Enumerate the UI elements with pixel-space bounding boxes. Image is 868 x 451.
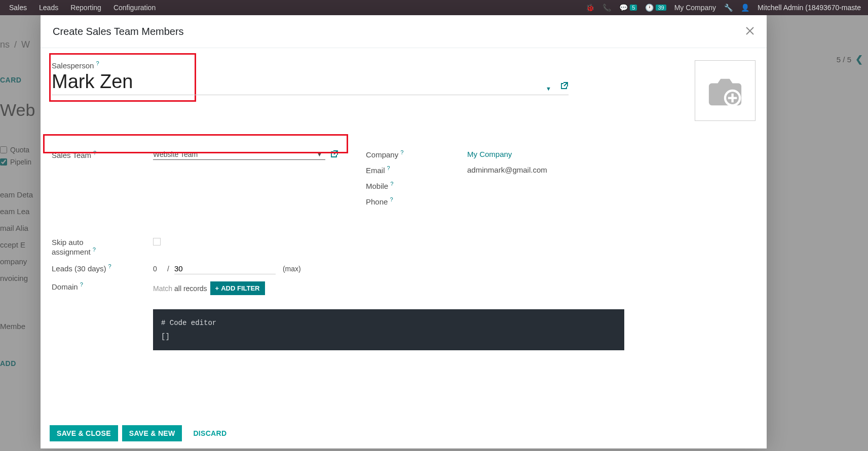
domain-label: Domain bbox=[52, 282, 78, 291]
help-icon[interactable]: ? bbox=[106, 263, 111, 269]
nav-reporting[interactable]: Reporting bbox=[64, 2, 107, 14]
pager-prev-icon[interactable]: ❮ bbox=[855, 54, 863, 65]
discard-button[interactable]: DISCARD bbox=[186, 425, 234, 441]
salesperson-value: Mark Zen bbox=[52, 70, 133, 95]
wrench-icon[interactable]: 🔧 bbox=[720, 2, 737, 14]
debug-icon[interactable]: 🐞 bbox=[582, 2, 598, 14]
leads-count: 0 bbox=[153, 265, 162, 273]
topbar: Sales Leads Reporting Configuration 🐞 📞 … bbox=[0, 0, 868, 15]
voip-icon[interactable]: 📞 bbox=[598, 2, 615, 14]
leads-slash: / bbox=[165, 265, 171, 273]
close-icon bbox=[745, 26, 754, 35]
domain-code-editor[interactable]: # Code editor [] bbox=[153, 309, 624, 350]
company-value[interactable]: My Company bbox=[467, 150, 660, 158]
bg-label: mail Alia bbox=[0, 220, 33, 236]
dropdown-caret-icon[interactable]: ▼ bbox=[546, 86, 551, 95]
sales-team-label: Sales Team bbox=[52, 151, 91, 159]
avatar-upload[interactable] bbox=[695, 60, 756, 121]
skip-auto-checkbox[interactable] bbox=[153, 238, 161, 245]
dropdown-caret-icon[interactable]: ▼ bbox=[315, 151, 325, 157]
add-filter-button[interactable]: + ADD FILTER bbox=[210, 281, 265, 295]
dialog-title: Create Sales Team Members bbox=[53, 26, 184, 37]
leads-max-input[interactable] bbox=[174, 263, 276, 274]
bg-members-label: Membe bbox=[0, 312, 25, 331]
user-avatar-icon[interactable]: 👤 bbox=[737, 2, 753, 14]
plus-icon: + bbox=[215, 284, 219, 292]
skip-auto-label-2: assignment bbox=[52, 248, 91, 256]
external-link-icon[interactable] bbox=[556, 81, 569, 95]
external-link-icon[interactable] bbox=[325, 150, 338, 160]
help-icon[interactable]: ? bbox=[91, 150, 96, 156]
code-comment: # Code editor bbox=[161, 316, 616, 330]
activity-icon[interactable]: 🕐39 bbox=[641, 2, 670, 14]
sales-team-value: Website Team bbox=[153, 149, 315, 159]
dialog-body: Salesperson? Mark Zen ▼ bbox=[41, 48, 767, 418]
mobile-label: Mobile bbox=[366, 182, 388, 190]
help-icon[interactable]: ? bbox=[398, 149, 403, 155]
help-icon[interactable]: ? bbox=[78, 281, 83, 288]
checkbox-quotations[interactable]: Quota bbox=[0, 144, 31, 156]
checkbox-pipeline[interactable]: Pipelin bbox=[0, 156, 31, 168]
salesperson-label: Salesperson bbox=[52, 61, 94, 70]
help-icon[interactable]: ? bbox=[91, 247, 96, 253]
nav-leads[interactable]: Leads bbox=[33, 2, 64, 14]
nav-configuration[interactable]: Configuration bbox=[107, 2, 162, 14]
help-icon[interactable]: ? bbox=[94, 60, 99, 66]
phone-label: Phone bbox=[366, 197, 388, 206]
bg-label: ccept E bbox=[0, 236, 33, 253]
help-icon[interactable]: ? bbox=[388, 181, 393, 187]
bg-add-button[interactable]: ADD bbox=[0, 344, 16, 367]
close-button[interactable] bbox=[745, 24, 754, 38]
pager: 5 / 5 ❮ bbox=[837, 54, 863, 65]
sales-team-field[interactable]: Website Team ▼ bbox=[153, 149, 325, 160]
leads-max-text: (max) bbox=[279, 265, 301, 273]
company-switcher[interactable]: My Company bbox=[670, 2, 720, 14]
nav-sales[interactable]: Sales bbox=[3, 2, 33, 14]
domain-match-text: Match all records bbox=[153, 284, 207, 293]
bg-discard-button[interactable]: CARD bbox=[0, 73, 21, 87]
bg-label: nvoicing bbox=[0, 270, 33, 286]
email-label: Email bbox=[366, 166, 385, 175]
page-title: Web bbox=[0, 97, 35, 123]
user-menu[interactable]: Mitchell Admin (18493670-maste bbox=[753, 2, 865, 14]
dialog-header: Create Sales Team Members bbox=[41, 15, 767, 48]
company-label: Company bbox=[366, 150, 398, 159]
leads-label: Leads (30 days) bbox=[52, 264, 106, 273]
pager-count: 5 / 5 bbox=[837, 55, 851, 64]
skip-auto-label-1: Skip auto bbox=[52, 238, 84, 247]
code-value: [] bbox=[161, 330, 616, 344]
save-new-button[interactable]: SAVE & NEW bbox=[122, 425, 182, 441]
save-close-button[interactable]: SAVE & CLOSE bbox=[50, 425, 118, 441]
email-value: adminmark@gmail.com bbox=[467, 166, 660, 174]
sales-team-row: Sales Team? Website Team ▼ bbox=[52, 146, 346, 163]
dialog-footer: SAVE & CLOSE SAVE & NEW DISCARD bbox=[41, 418, 767, 448]
breadcrumb-item: W bbox=[21, 39, 30, 50]
messaging-icon[interactable]: 💬5 bbox=[615, 2, 641, 14]
create-team-member-dialog: Create Sales Team Members Salesperson? M… bbox=[41, 15, 767, 448]
bg-label: ompany bbox=[0, 253, 33, 270]
salesperson-field[interactable]: Mark Zen ▼ bbox=[52, 70, 569, 95]
bg-label: eam Deta bbox=[0, 186, 33, 203]
bg-label: eam Lea bbox=[0, 203, 33, 220]
camera-plus-icon bbox=[707, 74, 743, 107]
breadcrumb-item[interactable]: ns bbox=[0, 39, 10, 50]
help-icon[interactable]: ? bbox=[385, 165, 390, 171]
help-icon[interactable]: ? bbox=[388, 196, 393, 202]
